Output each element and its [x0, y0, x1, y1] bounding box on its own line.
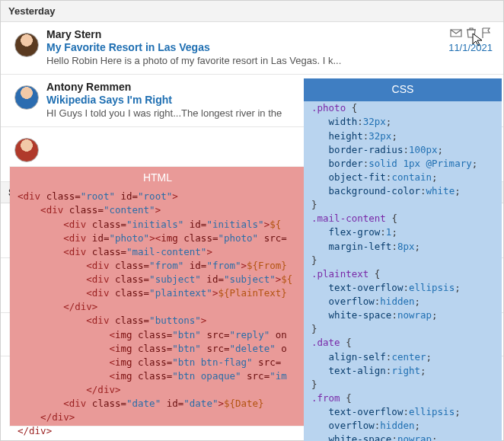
- reply-icon[interactable]: [450, 27, 462, 41]
- row-actions: [450, 27, 493, 41]
- css-code: .photo { width:32px; height:32px; border…: [304, 101, 502, 441]
- avatar: [14, 138, 39, 162]
- root: Yesterday Mary Stern My Favorite Resort …: [0, 0, 504, 441]
- overlay-title: CSS: [304, 78, 502, 101]
- css-overlay: CSS .photo { width:32px; height:32px; bo…: [304, 78, 502, 441]
- mail-date: 11/1/2021: [448, 42, 493, 53]
- group-label: Yesterday: [8, 5, 55, 17]
- mail-body: Mary Stern My Favorite Resort in Las Veg…: [46, 28, 494, 66]
- mail-subject: My Favorite Resort in Las Vegas: [46, 41, 494, 53]
- group-header-yesterday[interactable]: Yesterday: [1, 1, 503, 22]
- html-overlay: HTML <div class="root" id="root"> <div c…: [10, 167, 305, 426]
- avatar: [14, 33, 39, 57]
- html-code: <div class="root" id="root"> <div class=…: [10, 190, 305, 441]
- avatar: [14, 85, 39, 110]
- mail-row[interactable]: Mary Stern My Favorite Resort in Las Veg…: [1, 22, 503, 75]
- overlay-title: HTML: [10, 167, 305, 190]
- mail-from: Mary Stern: [46, 28, 494, 40]
- mail-preview: Hello Robin Here is a photo of my favori…: [46, 55, 494, 66]
